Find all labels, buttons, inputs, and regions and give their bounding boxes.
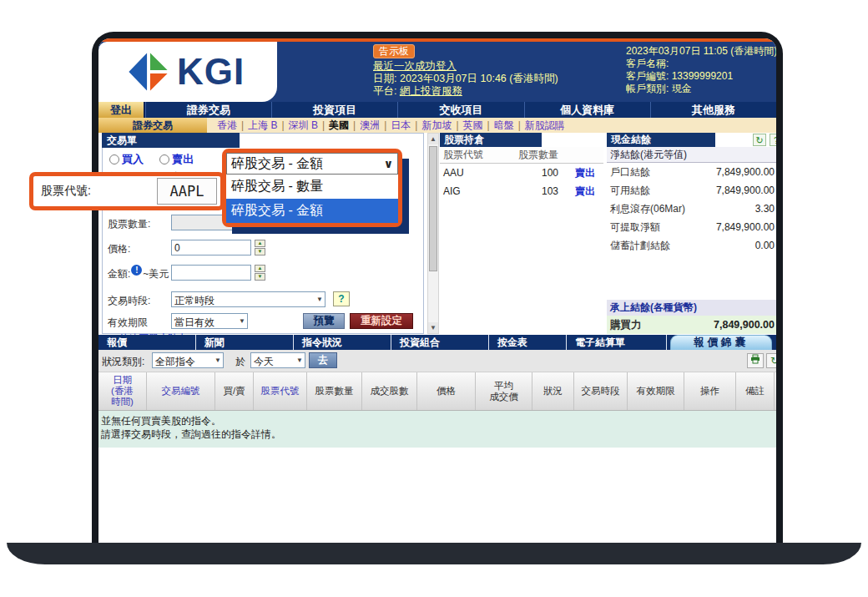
date-select[interactable]: 今天▼ bbox=[250, 352, 305, 368]
odd-lot-option-amount-selected[interactable]: 碎股交易 - 金額 bbox=[226, 199, 398, 223]
refresh-table-icon[interactable]: ↻ bbox=[766, 353, 776, 368]
order-side-radios: 買入 賣出 bbox=[109, 152, 234, 167]
help-icon[interactable]: ? bbox=[770, 134, 776, 146]
holding-qty: 103 bbox=[502, 185, 558, 197]
cash-row-label: 可用結餘 bbox=[607, 184, 716, 198]
quantity-label: 股票數量: bbox=[108, 217, 150, 231]
market-link-ipo[interactable]: 新股認購 bbox=[514, 119, 565, 131]
print-icon[interactable] bbox=[747, 353, 764, 368]
cash-row: 利息滾存(06Mar)3.30 bbox=[607, 200, 776, 218]
laptop-screen-bezel: KGI 告示板 最近一次成功登入 日期: 2023年03月07日 10:46 (… bbox=[92, 32, 783, 543]
col-date[interactable]: 日期(香港時間) bbox=[98, 372, 147, 410]
amount-step-down-icon[interactable]: ▼ bbox=[255, 273, 265, 281]
sell-radio-label[interactable]: 賣出 bbox=[172, 153, 194, 165]
nav-tab-other-services[interactable]: 其他服務 bbox=[650, 102, 776, 118]
market-link-shanghai-b[interactable]: 上海 B bbox=[237, 119, 277, 131]
session-select-value: 正常時段 bbox=[174, 295, 214, 306]
market-link-grey-market[interactable]: 暗盤 bbox=[483, 119, 514, 131]
account-info-block: 2023年03月07日 11:05 (香港時間) 客戶名稱: 客戶編號: 133… bbox=[626, 45, 776, 95]
buy-radio[interactable] bbox=[109, 154, 119, 164]
tab-portfolio[interactable]: 投資組合 bbox=[391, 335, 489, 350]
cash-titlebar: 現金結餘 ↻ ? bbox=[607, 133, 776, 147]
amount-stepper: ▲ ▼ bbox=[255, 265, 265, 281]
session-select[interactable]: 正常時段▼ bbox=[171, 291, 326, 307]
status-type-select[interactable]: 全部指令▼ bbox=[152, 352, 224, 368]
col-validity: 有效期限 bbox=[628, 372, 684, 410]
nav-tab-settlement-items[interactable]: 交收項目 bbox=[397, 102, 523, 118]
panel-scrollbar[interactable]: ▲ ▼ bbox=[427, 133, 439, 334]
price-step-up-icon[interactable]: ▲ bbox=[255, 240, 265, 247]
session-select-arrow-icon: ▼ bbox=[316, 296, 323, 303]
notice-board-badge[interactable]: 告示板 bbox=[373, 44, 415, 58]
status-type-label: 狀況類別: bbox=[102, 355, 144, 369]
platform-line: 平台: 網上投資服務 bbox=[373, 85, 558, 98]
scrollbar-thumb[interactable] bbox=[429, 146, 437, 271]
price-step-down-icon[interactable]: ▼ bbox=[255, 248, 265, 255]
cash-row-label: 利息滾存(06Mar) bbox=[607, 202, 755, 216]
refresh-icon[interactable]: ↻ bbox=[753, 134, 766, 146]
cash-row: 戶口結餘7,849,900.00 bbox=[607, 163, 776, 181]
holdings-col-qty: 股票數量 bbox=[502, 148, 558, 162]
scroll-up-icon[interactable]: ▲ bbox=[428, 134, 438, 144]
order-form-title: 交易單 bbox=[102, 133, 240, 148]
amount-step-up-icon[interactable]: ▲ bbox=[255, 265, 265, 272]
tab-e-statement[interactable]: 電子結算單 bbox=[567, 335, 667, 350]
sell-radio[interactable] bbox=[159, 154, 169, 164]
platform-link[interactable]: 網上投資服務 bbox=[400, 85, 462, 97]
validity-select-value: 當日有效 bbox=[174, 316, 214, 328]
market-link-shenzhen-b[interactable]: 深圳 B bbox=[277, 119, 317, 131]
cash-row: 可用結餘7,849,900.00 bbox=[607, 181, 776, 200]
tab-margin-table[interactable]: 按金表 bbox=[489, 335, 567, 350]
dropdown-chevron-icon: ∨ bbox=[384, 157, 393, 170]
scroll-down-icon[interactable]: ▼ bbox=[428, 322, 438, 333]
col-order-id[interactable]: 交易編號 bbox=[147, 372, 215, 410]
col-buy-sell: 買/賣 bbox=[215, 372, 254, 410]
holding-sell-link[interactable]: 賣出 bbox=[575, 185, 595, 197]
preview-button[interactable]: 預覽 bbox=[303, 313, 345, 329]
market-link-hk[interactable]: 香港 bbox=[217, 119, 237, 131]
price-input[interactable]: 0 bbox=[171, 240, 251, 255]
logout-button[interactable]: 登出 bbox=[98, 102, 145, 118]
holding-sell-link[interactable]: 賣出 bbox=[575, 167, 595, 179]
tab-order-status[interactable]: 指令狀況 bbox=[294, 335, 391, 350]
status-type-value: 全部指令 bbox=[155, 356, 195, 367]
nav-tab-securities-trading[interactable]: 證券交易 bbox=[145, 102, 271, 118]
status-message-select-session: 請選擇交易時段，查詢過往的指令詳情。 bbox=[101, 428, 774, 441]
amount-input[interactable] bbox=[171, 265, 251, 281]
market-link-uk[interactable]: 英國 bbox=[452, 119, 482, 131]
cash-row: 可提取淨額7,849,900.00 bbox=[607, 218, 776, 236]
market-link-us-active[interactable]: 美國 bbox=[318, 119, 349, 131]
nav-tab-investment-items[interactable]: 投資項目 bbox=[271, 102, 397, 118]
odd-lot-select[interactable]: 碎股交易 - 金額 ∨ bbox=[226, 153, 398, 175]
orders-table-header: 日期(香港時間) 交易編號 買/賣 股票代號 股票數量 成交股數 價格 平均成交… bbox=[98, 372, 776, 411]
nav-tab-personal-data[interactable]: 個人資料庫 bbox=[524, 102, 650, 118]
tab-quotes[interactable]: 報價 bbox=[98, 335, 196, 350]
bottom-tab-bar: 報價 新聞 指令狀況 投資組合 按金表 電子結算單 報價錦囊 bbox=[98, 335, 776, 350]
last-login-link[interactable]: 最近一次成功登入 bbox=[373, 60, 457, 72]
stock-code-input[interactable]: AAPL bbox=[157, 178, 217, 205]
carry-balance-label: 承上結餘(各種貨幣) bbox=[607, 300, 776, 316]
tab-news[interactable]: 新聞 bbox=[196, 335, 294, 350]
holding-code: AAU bbox=[440, 167, 502, 179]
buy-radio-label[interactable]: 買入 bbox=[122, 153, 144, 165]
col-stock-code[interactable]: 股票代號 bbox=[254, 372, 307, 410]
session-help-button[interactable]: ? bbox=[333, 291, 350, 306]
col-action: 操作 bbox=[684, 372, 736, 410]
go-button[interactable]: 去 bbox=[309, 352, 337, 368]
reset-button[interactable]: 重新設定 bbox=[350, 313, 413, 329]
kgi-diamond-logo-icon bbox=[127, 50, 170, 94]
quote-pack-button[interactable]: 報價錦囊 bbox=[670, 335, 772, 350]
page: KGI 告示板 最近一次成功登入 日期: 2023年03月07日 10:46 (… bbox=[0, 0, 868, 597]
col-remarks: 備註 bbox=[736, 372, 775, 410]
market-link-australia[interactable]: 澳洲 bbox=[349, 119, 380, 131]
cash-row-label: 戶口結餘 bbox=[607, 165, 716, 180]
odd-lot-option-quantity[interactable]: 碎股交易 - 數量 bbox=[226, 175, 398, 199]
validity-select[interactable]: 當日有效▼ bbox=[171, 313, 248, 329]
amount-suffix: ~美元 bbox=[143, 268, 169, 280]
order-filter-bar: 狀況類別: 全部指令▼ 於 今天▼ 去 ↻ bbox=[98, 350, 776, 372]
client-name: 客戶名稱: bbox=[626, 58, 776, 70]
cash-row-value: 3.30 bbox=[755, 203, 776, 215]
market-link-singapore[interactable]: 新加坡 bbox=[411, 119, 452, 131]
market-link-japan[interactable]: 日本 bbox=[380, 119, 411, 131]
cash-row-label: 儲蓄計劃結餘 bbox=[607, 239, 755, 253]
